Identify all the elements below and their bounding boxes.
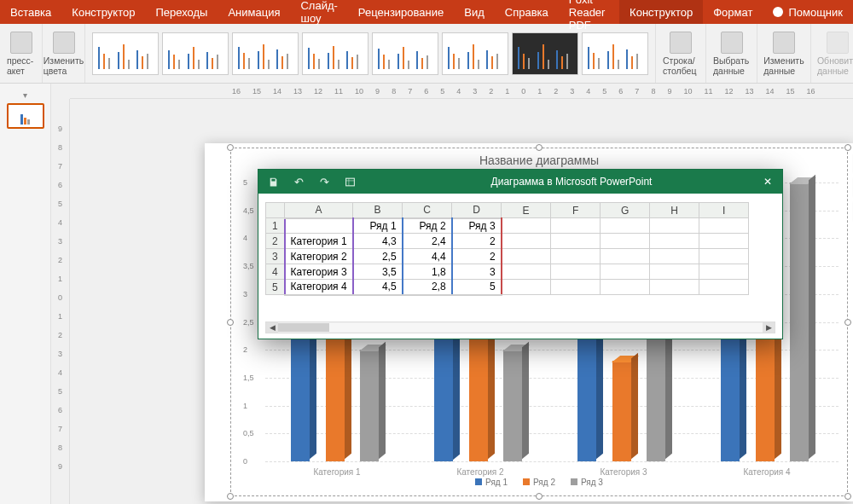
cell[interactable]: 2,4	[403, 234, 452, 249]
cell[interactable]	[601, 218, 650, 234]
col-header[interactable]: C	[403, 203, 452, 218]
cell[interactable]	[601, 264, 650, 280]
cell[interactable]	[551, 264, 601, 280]
cell[interactable]	[699, 218, 749, 234]
horizontal-scrollbar[interactable]: ◀ ▶	[265, 322, 775, 333]
col-header[interactable]: D	[452, 203, 502, 218]
resize-handle[interactable]	[844, 319, 851, 326]
bar[interactable]	[612, 361, 631, 461]
bar[interactable]	[503, 350, 522, 461]
bar[interactable]	[434, 322, 453, 462]
customize-icon[interactable]	[342, 174, 357, 189]
undo-icon[interactable]: ↶	[291, 174, 306, 189]
chart-style-thumb[interactable]	[232, 32, 299, 75]
spreadsheet[interactable]: ABCDEFGHI1Ряд 1Ряд 2Ряд 32Категория 14,3…	[258, 194, 782, 339]
chart-style-thumb[interactable]	[512, 32, 578, 75]
cell[interactable]	[502, 264, 551, 280]
cell[interactable]: 3,5	[353, 264, 403, 280]
cell[interactable]	[601, 249, 650, 264]
row-header[interactable]: 5	[266, 280, 285, 295]
bar[interactable]	[326, 327, 345, 461]
resize-handle[interactable]	[844, 144, 851, 151]
express-layout-button[interactable]: пресс- акет	[0, 24, 43, 83]
cell[interactable]	[699, 280, 749, 295]
cell[interactable]: Ряд 2	[403, 218, 452, 234]
legend-item[interactable]: Ряд 1	[475, 478, 508, 487]
redo-icon[interactable]: ↷	[316, 174, 332, 189]
tab-анимация[interactable]: Анимация	[218, 0, 290, 24]
cell[interactable]	[551, 234, 601, 249]
legend-item[interactable]: Ряд 3	[571, 478, 603, 487]
cell[interactable]	[650, 280, 699, 295]
col-header[interactable]: G	[601, 203, 650, 218]
row-header[interactable]: 1	[266, 218, 285, 234]
chart-legend[interactable]: Ряд 1Ряд 2Ряд 3	[231, 478, 847, 487]
chart-style-thumb[interactable]	[582, 32, 648, 75]
cell[interactable]	[650, 218, 699, 234]
legend-item[interactable]: Ряд 2	[523, 478, 555, 487]
cell[interactable]: 2,8	[403, 280, 452, 295]
tab-вид[interactable]: Вид	[454, 0, 495, 24]
resize-handle[interactable]	[227, 493, 234, 500]
cell[interactable]	[601, 234, 650, 249]
col-header[interactable]: E	[502, 203, 551, 218]
col-header[interactable]: A	[285, 203, 353, 218]
cell[interactable]: Категория 3	[285, 264, 353, 280]
save-icon[interactable]	[265, 174, 281, 189]
resize-handle[interactable]	[536, 144, 543, 151]
col-header[interactable]: H	[650, 203, 699, 218]
cell[interactable]	[551, 218, 601, 234]
tab-слайд-шоу[interactable]: Слайд-шоу	[290, 0, 347, 24]
cell[interactable]	[650, 249, 699, 264]
cell[interactable]	[650, 264, 699, 280]
cell[interactable]	[551, 280, 601, 295]
cell[interactable]	[650, 234, 699, 249]
resize-handle[interactable]	[844, 493, 851, 500]
tab-рецензирование[interactable]: Рецензирование	[348, 0, 454, 24]
cell[interactable]	[285, 218, 353, 234]
cell[interactable]: Ряд 3	[452, 218, 502, 234]
cell[interactable]: 3	[452, 264, 502, 280]
cell[interactable]: Ряд 1	[353, 218, 403, 234]
close-icon[interactable]: ✕	[758, 174, 777, 189]
resize-handle[interactable]	[227, 319, 234, 326]
cell[interactable]: Категория 4	[285, 280, 353, 295]
tab-помощник[interactable]: Помощник	[763, 0, 853, 24]
chart-title[interactable]: Название диаграммы	[231, 154, 847, 167]
chart-style-thumb[interactable]	[162, 32, 229, 75]
cell[interactable]	[699, 234, 749, 249]
cell[interactable]: Категория 2	[285, 249, 353, 264]
cell[interactable]: 4,3	[353, 234, 403, 249]
chart-style-thumb[interactable]	[302, 32, 368, 75]
resize-handle[interactable]	[536, 493, 543, 500]
cell[interactable]: 1,8	[403, 264, 452, 280]
slide-thumbnail-1[interactable]	[7, 103, 44, 129]
bar[interactable]	[790, 182, 809, 461]
scrollbar-thumb[interactable]	[278, 323, 329, 332]
cell[interactable]: Категория 1	[285, 234, 353, 249]
select-data-button[interactable]: Выбрать данные	[706, 24, 757, 83]
change-colors-button[interactable]: Изменить цвета	[43, 24, 85, 83]
tab-foxit reader pdf[interactable]: Foxit Reader PDF	[559, 0, 619, 24]
edit-data-button[interactable]: Изменить данные	[757, 24, 811, 83]
chart-style-thumb[interactable]	[442, 32, 508, 75]
chart-style-thumb[interactable]	[372, 32, 438, 75]
switch-row-col-button[interactable]: Строка/ столбец	[656, 24, 706, 83]
tab-конструктор[interactable]: Конструктор	[619, 0, 703, 24]
row-header[interactable]: 4	[266, 264, 285, 280]
chart-style-thumb[interactable]	[92, 32, 159, 75]
cell[interactable]	[502, 280, 551, 295]
col-header[interactable]: F	[551, 203, 601, 218]
cell[interactable]	[502, 218, 551, 234]
cell[interactable]	[699, 264, 749, 280]
col-header[interactable]: I	[699, 203, 749, 218]
bar[interactable]	[360, 350, 379, 461]
tab-справка[interactable]: Справка	[495, 0, 559, 24]
cell[interactable]	[502, 249, 551, 264]
row-header[interactable]: 3	[266, 249, 285, 264]
cell[interactable]: 5	[452, 280, 502, 295]
cell[interactable]: 2	[452, 234, 502, 249]
cell[interactable]	[601, 280, 650, 295]
chart-data-window[interactable]: ↶ ↷ Диаграмма в Microsoft PowerPoint ✕ A…	[258, 169, 783, 339]
cell[interactable]: 2	[452, 249, 502, 264]
